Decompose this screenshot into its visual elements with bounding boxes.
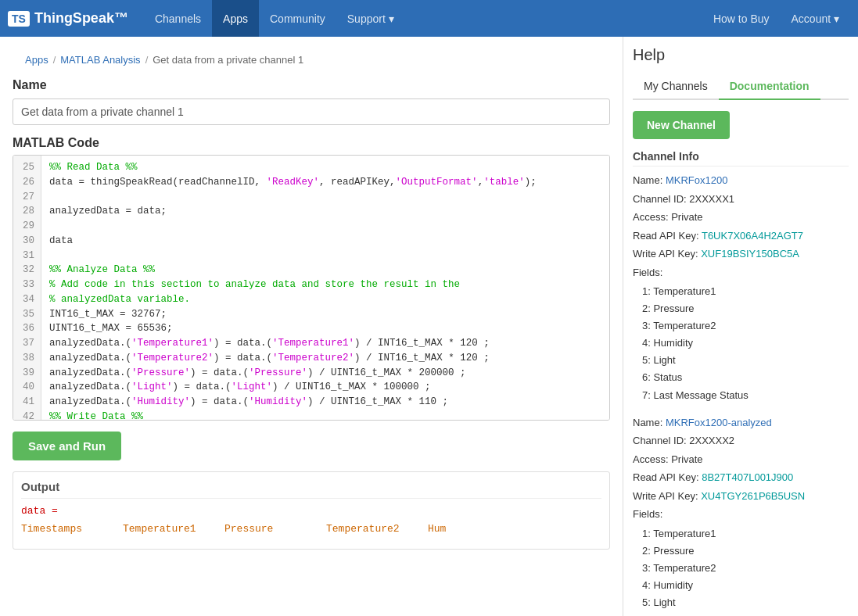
line-numbers: 2526272829 3031323334 3536373839 404142 (13, 156, 41, 420)
nav-account[interactable]: Account ▾ (781, 0, 850, 37)
nav-right: How to Buy Account ▾ (702, 0, 850, 37)
ch1-field-6: 6: Status (642, 369, 849, 386)
breadcrumb-current: Get data from a private channel 1 (153, 54, 303, 66)
ch2-read-api-row: Read API Key: 8B27T407L001J900 (633, 470, 849, 485)
tab-my-channels[interactable]: My Channels (633, 73, 719, 100)
ch1-access-label: Access: (633, 211, 669, 223)
ch2-field-1: 1: Temperature1 (642, 525, 849, 543)
ch1-access-value: Private (671, 211, 702, 223)
col-timestamps: Timestamps (21, 523, 115, 535)
ch1-id-value: 2XXXXX1 (689, 193, 734, 205)
col-pressure: Pressure (224, 523, 318, 535)
ch2-id-value: 2XXXXX2 (689, 435, 734, 446)
new-channel-button[interactable]: New Channel (633, 111, 730, 139)
breadcrumb-apps[interactable]: Apps (25, 54, 48, 66)
col-temperature1: Temperature1 (123, 523, 217, 535)
save-run-button[interactable]: Save and Run (13, 432, 121, 460)
ch2-name-label: Name: (633, 417, 662, 428)
ch2-read-api-value: 8B27T407L001J900 (702, 471, 793, 483)
breadcrumb-sep2: / (145, 54, 149, 66)
channel1-info: Name: MKRFox1200 Channel ID: 2XXXXX1 Acc… (633, 173, 849, 404)
ch2-access-row: Access: Private (633, 452, 849, 467)
ch2-fields-list: 1: Temperature1 2: Pressure 3: Temperatu… (633, 525, 849, 611)
ch1-field-1: 1: Temperature1 (642, 283, 849, 300)
ch2-field-4: 4: Humidity (642, 577, 849, 594)
ch2-name-value: MKRFox1200-analyzed (666, 417, 772, 428)
tab-documentation[interactable]: Documentation (719, 73, 820, 100)
ch1-name-value: MKRFox1200 (666, 174, 727, 186)
channel-info-title: Channel Info (633, 150, 849, 167)
code-label: MATLAB Code (13, 136, 610, 150)
ch2-field-2: 2: Pressure (642, 543, 849, 560)
breadcrumb-sep1: / (53, 54, 56, 66)
name-label: Name (13, 78, 610, 92)
output-data-var: data = (21, 505, 601, 517)
ch1-read-api-row: Read API Key: T6UK7X06A4H2AGT7 (633, 228, 849, 244)
tabs-row: My Channels Documentation (633, 73, 849, 100)
logo-text: ThingSpeak™ (34, 10, 128, 27)
main-layout: Apps / MATLAB Analysis / Get data from a… (0, 37, 858, 616)
logo-box: TS (8, 11, 30, 27)
logo[interactable]: TS ThingSpeak™ (8, 10, 128, 27)
breadcrumb: Apps / MATLAB Analysis / Get data from a… (13, 45, 610, 75)
nav-community[interactable]: Community (259, 0, 336, 37)
ch2-id-label: Channel ID: (633, 435, 687, 446)
ch2-field-3: 3: Temperature2 (642, 560, 849, 577)
ch1-name-row: Name: MKRFox1200 (633, 173, 849, 188)
ch2-name-row: Name: MKRFox1200-analyzed (633, 415, 849, 431)
ch1-read-api-label: Read API Key: (633, 230, 699, 242)
nav-support[interactable]: Support ▾ (336, 0, 405, 37)
col-temperature2: Temperature2 (326, 523, 420, 535)
ch2-write-api-label: Write API Key: (633, 490, 698, 502)
ch1-fields-label: Fields: (633, 265, 849, 281)
ch1-field-4: 4: Humidity (642, 335, 849, 352)
code-editor[interactable]: 2526272829 3031323334 3536373839 404142 … (13, 156, 609, 420)
left-panel: Apps / MATLAB Analysis / Get data from a… (0, 37, 623, 616)
nav-how-to-buy[interactable]: How to Buy (702, 0, 781, 37)
output-section: Output data = Timestamps Temperature1 Pr… (13, 471, 610, 550)
ch1-id-row: Channel ID: 2XXXXX1 (633, 192, 849, 207)
ch2-fields-label: Fields: (633, 507, 849, 522)
name-input[interactable] (13, 98, 610, 125)
output-label: Output (21, 480, 601, 499)
ch2-read-api-label: Read API Key: (633, 471, 699, 483)
ch1-field-3: 3: Temperature2 (642, 317, 849, 335)
channel2-info: Name: MKRFox1200-analyzed Channel ID: 2X… (633, 415, 849, 611)
ch2-access-label: Access: (633, 453, 669, 465)
nav-channels[interactable]: Channels (144, 0, 212, 37)
top-navigation: TS ThingSpeak™ Channels Apps Community S… (0, 0, 858, 37)
ch1-id-label: Channel ID: (633, 193, 687, 205)
ch1-write-api-value: XUF19BSIY150BC5A (701, 248, 799, 260)
right-panel: Help My Channels Documentation New Chann… (623, 37, 858, 616)
ch1-write-api-row: Write API Key: XUF19BSIY150BC5A (633, 246, 849, 262)
ch2-access-value: Private (671, 453, 702, 465)
ch2-write-api-row: Write API Key: XU4TGY261P6B5USN (633, 489, 849, 504)
ch1-read-api-value: T6UK7X06A4H2AGT7 (702, 230, 803, 242)
code-editor-wrapper: 2526272829 3031323334 3536373839 404142 … (13, 155, 610, 421)
ch2-field-5: 5: Light (642, 594, 849, 611)
ch2-id-row: Channel ID: 2XXXXX2 (633, 433, 849, 449)
col-hum: Hum (428, 523, 522, 535)
ch1-field-2: 2: Pressure (642, 300, 849, 317)
ch1-fields-list: 1: Temperature1 2: Pressure 3: Temperatu… (633, 283, 849, 404)
ch1-field-7: 7: Last Message Status (642, 387, 849, 404)
nav-apps[interactable]: Apps (212, 0, 259, 37)
ch1-field-5: 5: Light (642, 352, 849, 369)
ch1-access-row: Access: Private (633, 210, 849, 225)
output-table-header: Timestamps Temperature1 Pressure Tempera… (21, 523, 601, 535)
help-title: Help (633, 46, 849, 64)
code-content[interactable]: %% Read Data %% data = thingSpeakRead(re… (41, 156, 609, 420)
ch1-write-api-label: Write API Key: (633, 248, 698, 260)
ch1-name-label: Name: (633, 174, 662, 186)
ch2-write-api-value: XU4TGY261P6B5USN (701, 490, 805, 502)
breadcrumb-matlab[interactable]: MATLAB Analysis (60, 54, 140, 66)
nav-links: Channels Apps Community Support ▾ (144, 0, 702, 37)
